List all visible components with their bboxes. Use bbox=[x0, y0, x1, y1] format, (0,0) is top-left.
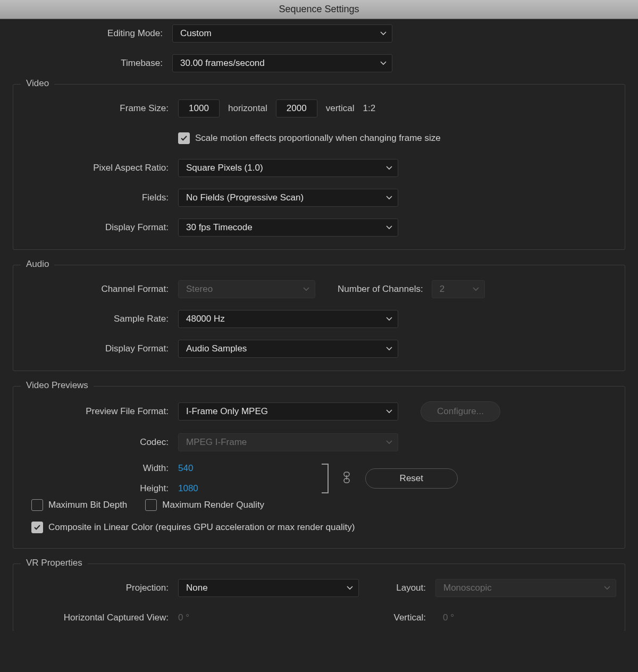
video-display-format-value: 30 fps Timecode bbox=[186, 222, 253, 233]
max-render-quality-label: Maximum Render Quality bbox=[162, 500, 264, 510]
video-legend: Video bbox=[21, 78, 54, 89]
chevron-down-icon bbox=[386, 225, 392, 230]
frame-size-label: Frame Size: bbox=[13, 103, 178, 114]
fields-value: No Fields (Progressive Scan) bbox=[186, 192, 304, 203]
chevron-down-icon bbox=[604, 586, 610, 590]
video-group: Video Frame Size: horizontal vertical 1:… bbox=[13, 84, 625, 250]
chevron-down-icon bbox=[380, 31, 387, 36]
dialog-title: Sequence Settings bbox=[279, 4, 359, 15]
codec-dropdown: MPEG I-Frame bbox=[178, 433, 398, 451]
layout-dropdown: Monoscopic bbox=[435, 579, 616, 597]
timebase-label: Timebase: bbox=[7, 58, 172, 69]
par-dropdown[interactable]: Square Pixels (1.0) bbox=[178, 159, 398, 177]
num-channels-dropdown: 2 bbox=[432, 280, 485, 298]
video-display-format-label: Display Format: bbox=[13, 222, 178, 233]
horizontal-text: horizontal bbox=[228, 103, 267, 114]
frame-width-input[interactable] bbox=[178, 99, 220, 117]
fields-label: Fields: bbox=[13, 192, 178, 203]
reset-label: Reset bbox=[400, 473, 423, 484]
vcaptured-value: 0 ° bbox=[443, 612, 454, 623]
par-label: Pixel Aspect Ratio: bbox=[13, 163, 178, 173]
projection-dropdown[interactable]: None bbox=[178, 579, 359, 597]
channel-format-value: Stereo bbox=[186, 284, 213, 295]
aspect-ratio-text: 1:2 bbox=[363, 103, 376, 114]
num-channels-label: Number of Channels: bbox=[338, 284, 423, 295]
chevron-down-icon bbox=[380, 61, 387, 65]
chevron-down-icon bbox=[386, 317, 392, 321]
codec-value: MPEG I-Frame bbox=[186, 437, 247, 448]
preview-width-value[interactable]: 540 bbox=[178, 463, 193, 474]
dialog-titlebar: Sequence Settings bbox=[0, 0, 638, 19]
editing-mode-dropdown[interactable]: Custom bbox=[172, 24, 392, 43]
channel-format-label: Channel Format: bbox=[13, 284, 178, 295]
reset-button[interactable]: Reset bbox=[365, 468, 458, 489]
chevron-down-icon bbox=[386, 440, 392, 444]
vr-legend: VR Properties bbox=[21, 558, 88, 568]
chevron-down-icon bbox=[386, 166, 392, 170]
editing-mode-value: Custom bbox=[180, 28, 212, 39]
preview-file-format-dropdown[interactable]: I-Frame Only MPEG bbox=[178, 402, 398, 421]
chevron-down-icon bbox=[303, 287, 309, 291]
chevron-down-icon bbox=[386, 196, 392, 200]
preview-file-format-value: I-Frame Only MPEG bbox=[186, 406, 268, 417]
layout-value: Monoscopic bbox=[443, 583, 492, 593]
channel-format-dropdown: Stereo bbox=[178, 280, 315, 298]
preview-height-value[interactable]: 1080 bbox=[178, 483, 198, 494]
editing-mode-label: Editing Mode: bbox=[7, 28, 172, 39]
audio-group: Audio Channel Format: Stereo Number of C… bbox=[13, 265, 625, 371]
video-previews-group: Video Previews Preview File Format: I-Fr… bbox=[13, 386, 625, 549]
preview-width-label: Width: bbox=[143, 463, 178, 474]
projection-label: Projection: bbox=[13, 583, 178, 593]
chevron-down-icon bbox=[386, 409, 392, 414]
vcaptured-label: Vertical: bbox=[372, 612, 435, 623]
audio-display-format-value: Audio Samples bbox=[186, 343, 247, 354]
configure-button: Configure... bbox=[421, 401, 500, 422]
scale-motion-label: Scale motion effects proportionally when… bbox=[195, 133, 441, 144]
composite-linear-label: Composite in Linear Color (requires GPU … bbox=[48, 522, 355, 533]
video-previews-legend: Video Previews bbox=[21, 380, 94, 391]
num-channels-value: 2 bbox=[440, 284, 444, 295]
audio-display-format-label: Display Format: bbox=[13, 343, 178, 354]
video-display-format-dropdown[interactable]: 30 fps Timecode bbox=[178, 219, 398, 237]
audio-legend: Audio bbox=[21, 259, 54, 270]
frame-height-input[interactable] bbox=[276, 99, 317, 117]
bracket-icon bbox=[321, 463, 332, 494]
sample-rate-label: Sample Rate: bbox=[13, 314, 178, 324]
link-icon[interactable] bbox=[342, 471, 351, 486]
chevron-down-icon bbox=[473, 287, 479, 291]
configure-label: Configure... bbox=[437, 406, 484, 417]
codec-label: Codec: bbox=[13, 437, 178, 448]
layout-label: Layout: bbox=[372, 583, 435, 593]
hcaptured-view-value: 0 ° bbox=[178, 612, 189, 623]
hcaptured-view-label: Horizontal Captured View: bbox=[13, 612, 178, 623]
max-bit-depth-label: Maximum Bit Depth bbox=[48, 500, 127, 510]
max-bit-depth-checkbox[interactable] bbox=[31, 499, 43, 511]
par-value: Square Pixels (1.0) bbox=[186, 163, 263, 173]
vertical-text: vertical bbox=[326, 103, 355, 114]
timebase-value: 30.00 frames/second bbox=[180, 58, 265, 69]
scale-motion-checkbox[interactable] bbox=[178, 132, 190, 144]
vr-properties-group: VR Properties Projection: None Layout: M… bbox=[13, 564, 625, 631]
sample-rate-value: 48000 Hz bbox=[186, 314, 225, 324]
chevron-down-icon bbox=[347, 586, 353, 590]
timebase-dropdown[interactable]: 30.00 frames/second bbox=[172, 54, 392, 72]
projection-value: None bbox=[186, 583, 208, 593]
fields-dropdown[interactable]: No Fields (Progressive Scan) bbox=[178, 189, 398, 207]
max-render-quality-checkbox[interactable] bbox=[145, 499, 157, 511]
composite-linear-checkbox[interactable] bbox=[31, 522, 43, 533]
preview-height-label: Height: bbox=[140, 483, 178, 494]
chevron-down-icon bbox=[386, 347, 392, 351]
preview-file-format-label: Preview File Format: bbox=[13, 406, 178, 417]
audio-display-format-dropdown[interactable]: Audio Samples bbox=[178, 340, 398, 358]
sample-rate-dropdown[interactable]: 48000 Hz bbox=[178, 310, 398, 328]
